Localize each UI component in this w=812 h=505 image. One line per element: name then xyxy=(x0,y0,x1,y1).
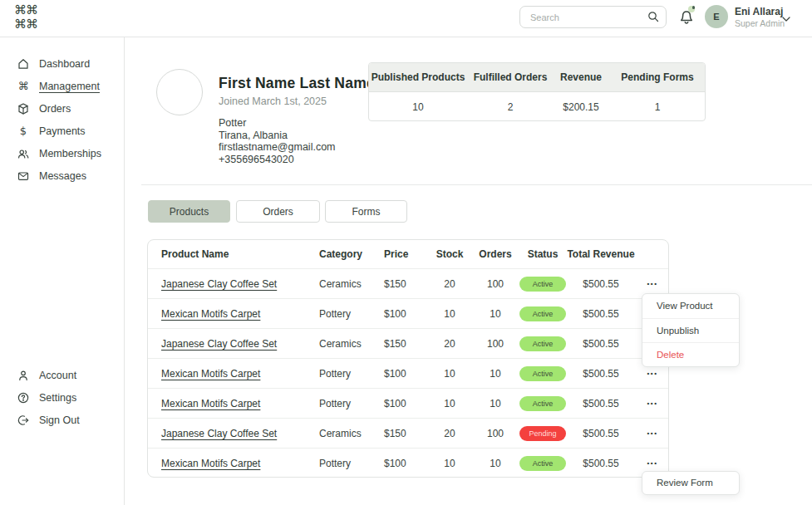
stock-cell: 20 xyxy=(427,278,472,290)
row-actions-button[interactable]: ••• xyxy=(635,456,670,470)
sidebar-item-label: Sign Out xyxy=(39,414,80,426)
status-badge: Active xyxy=(519,306,566,321)
menu-item-view-product[interactable]: View Product xyxy=(642,294,739,318)
stock-cell: 10 xyxy=(427,398,472,409)
sidebar-item-dashboard[interactable]: Dashboard xyxy=(0,52,124,75)
search-container xyxy=(519,6,667,28)
revenue-cell: $500.55 xyxy=(567,368,635,380)
table-row: Mexican Motifs Carpet Pottery $100 10 10… xyxy=(148,388,668,418)
price-cell: $100 xyxy=(377,368,427,380)
sidebar-item-management[interactable]: ⌘ Management xyxy=(0,75,124,97)
user-name: Eni Allaraj xyxy=(735,6,785,17)
sidebar-item-messages[interactable]: Messages xyxy=(0,164,124,187)
orders-cell: 100 xyxy=(472,428,519,439)
sidebar: Dashboard ⌘ Management Orders $ Payments xyxy=(0,37,125,505)
stats-header: Pending Forms xyxy=(608,63,706,91)
product-name-link[interactable]: Mexican Motifs Carpet xyxy=(161,308,260,320)
sidebar-item-label: Account xyxy=(39,370,76,381)
sidebar-item-label: Settings xyxy=(39,392,76,404)
column-header: Price xyxy=(377,248,427,260)
product-name-link[interactable]: Japanese Clay Coffee Set xyxy=(161,278,277,290)
product-name-link[interactable]: Japanese Clay Coffee Set xyxy=(161,338,277,350)
sidebar-item-label: Management xyxy=(39,81,100,92)
stock-cell: 20 xyxy=(427,428,472,439)
category-cell: Pottery xyxy=(311,308,377,320)
product-name-link[interactable]: Mexican Motifs Carpet xyxy=(161,398,260,409)
category-cell: Ceramics xyxy=(311,278,377,290)
price-cell: $100 xyxy=(377,458,427,469)
status-badge: Active xyxy=(519,456,566,471)
search-input[interactable] xyxy=(519,6,667,28)
sidebar-item-orders[interactable]: Orders xyxy=(0,97,124,120)
chevron-down-icon[interactable] xyxy=(781,12,791,25)
members-icon xyxy=(17,147,30,160)
column-header: Status xyxy=(519,248,567,260)
stats-header-row: Published Products Fulfilled Orders Reve… xyxy=(369,63,705,92)
logo-glyph: ⌘ xyxy=(26,18,37,32)
package-icon xyxy=(17,102,30,115)
profile-email: firstlastname@gmail.com xyxy=(219,141,336,154)
row-actions-button[interactable]: ••• xyxy=(635,396,670,410)
profile-location: Tirana, Albania xyxy=(219,130,336,142)
sidebar-item-account[interactable]: Account xyxy=(0,364,124,386)
price-cell: $100 xyxy=(377,398,427,409)
stats-header: Fulfilled Orders xyxy=(467,63,554,91)
category-cell: Pottery xyxy=(311,458,377,469)
stats-value: $200.15 xyxy=(554,92,608,121)
help-circle-icon xyxy=(17,391,30,404)
product-name-link[interactable]: Mexican Motifs Carpet xyxy=(161,458,260,469)
table-row: Mexican Motifs Carpet Pottery $100 10 10… xyxy=(148,448,668,478)
table-row: Mexican Motifs Carpet Pottery $100 10 10… xyxy=(148,358,668,388)
table-header-row: Product Name Category Price Stock Orders… xyxy=(148,240,668,268)
menu-item-delete[interactable]: Delete xyxy=(642,342,739,366)
stats-value: 10 xyxy=(369,92,467,121)
table-row: Mexican Motifs Carpet Pottery $100 10 10… xyxy=(148,298,668,328)
menu-item-review-form[interactable]: Review Form xyxy=(642,472,739,494)
tab-forms[interactable]: Forms xyxy=(325,200,407,223)
form-actions-menu: Review Form xyxy=(642,471,740,495)
column-header: Orders xyxy=(472,248,519,260)
tab-products[interactable]: Products xyxy=(148,200,230,223)
row-actions-button[interactable]: ••• xyxy=(635,366,670,380)
orders-cell: 10 xyxy=(472,398,519,409)
brand-logo-icon[interactable]: ⌘⌘⌘⌘ xyxy=(14,4,39,32)
category-cell: Pottery xyxy=(311,398,377,409)
stats-header: Published Products xyxy=(369,63,467,91)
column-header: Product Name xyxy=(148,248,311,260)
search-icon[interactable] xyxy=(647,11,659,26)
row-actions-button[interactable]: ••• xyxy=(635,426,670,440)
revenue-cell: $500.55 xyxy=(567,428,635,439)
stock-cell: 10 xyxy=(427,458,472,469)
notifications-bell-icon[interactable] xyxy=(677,7,696,30)
revenue-cell: $500.55 xyxy=(567,338,635,350)
person-icon xyxy=(17,369,30,382)
table-row: Japanese Clay Coffee Set Ceramics $150 2… xyxy=(148,418,668,448)
row-actions-button[interactable]: ••• xyxy=(635,277,670,291)
product-name-link[interactable]: Mexican Motifs Carpet xyxy=(161,368,260,380)
sidebar-item-signout[interactable]: Sign Out xyxy=(0,409,124,431)
category-cell: Ceramics xyxy=(311,338,377,350)
orders-cell: 10 xyxy=(472,308,519,320)
status-badge: Pending xyxy=(519,426,566,441)
user-avatar[interactable]: E xyxy=(705,5,728,28)
stats-table: Published Products Fulfilled Orders Reve… xyxy=(368,62,706,121)
column-header: Stock xyxy=(427,248,472,260)
menu-item-unpublish[interactable]: Unpublish xyxy=(642,318,739,342)
tab-orders[interactable]: Orders xyxy=(236,200,320,223)
orders-cell: 100 xyxy=(472,278,519,290)
user-role: Super Admin xyxy=(735,17,785,29)
mail-icon xyxy=(17,169,30,183)
sidebar-item-settings[interactable]: Settings xyxy=(0,386,124,409)
revenue-cell: $500.55 xyxy=(567,458,635,469)
notification-dot xyxy=(688,6,695,12)
products-table: Product Name Category Price Stock Orders… xyxy=(147,239,669,478)
sidebar-item-label: Payments xyxy=(39,125,86,137)
revenue-cell: $500.55 xyxy=(567,308,635,320)
sidebar-item-memberships[interactable]: Memberships xyxy=(0,142,124,164)
stock-cell: 20 xyxy=(427,338,472,350)
sidebar-item-label: Messages xyxy=(39,170,86,182)
profile-name: First Name Last Name xyxy=(219,75,375,92)
product-name-link[interactable]: Japanese Clay Coffee Set xyxy=(161,428,277,439)
sidebar-item-payments[interactable]: $ Payments xyxy=(0,120,124,142)
revenue-cell: $500.55 xyxy=(567,278,635,290)
